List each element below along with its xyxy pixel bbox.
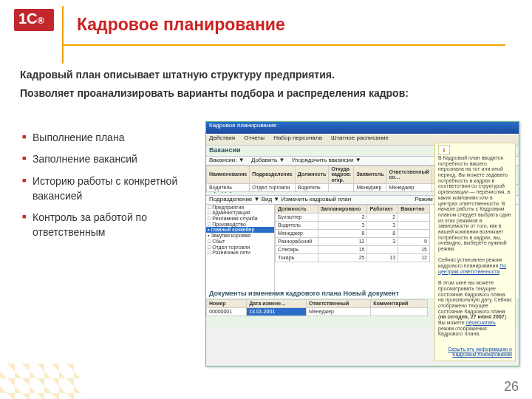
cell: 12 (398, 253, 430, 262)
tip-text: режим отображения Кадрового плана. (438, 326, 487, 337)
list-item: Заполнение вакансий (22, 151, 192, 173)
toolbar-button[interactable]: Добавить ▼ (251, 157, 285, 163)
cell: Водитель (276, 221, 318, 229)
menu-item[interactable]: Действия (209, 134, 235, 141)
tip-link-recalc[interactable]: пересчитать (466, 320, 496, 325)
cell: 25 (318, 253, 367, 262)
cell: 12 (318, 237, 367, 245)
list-item: Историю работы с конкретной вакансией (22, 174, 192, 211)
col-header[interactable]: Откуда кадров: откр. (329, 166, 354, 183)
table-row[interactable]: Разнорабочий1239 (276, 237, 430, 245)
tree-item[interactable]: □ Производство (206, 222, 274, 228)
cell: Менеджер (354, 183, 386, 191)
cell: 9 (398, 237, 430, 245)
tree-item[interactable]: □ Розничные сети (206, 250, 274, 256)
cell: 3 (367, 237, 398, 245)
col-header[interactable]: Запланировано (318, 205, 367, 213)
col-header[interactable]: Комментарий (371, 299, 428, 307)
org-tree[interactable]: □ Предприятие □ Администрация □ Рекламна… (206, 205, 275, 298)
table-row[interactable]: Менеджер88 (276, 229, 430, 237)
table-row[interactable]: Слесарь1515 (276, 245, 430, 253)
tree-item[interactable]: □ Рекламная служба (206, 216, 274, 222)
cell: 8 (318, 229, 367, 237)
cell: Водитель (295, 183, 329, 191)
cell: Менеджер (307, 307, 371, 316)
col-header[interactable]: Заявитель (354, 166, 386, 183)
cell: 00000001 (207, 307, 247, 316)
positions-table[interactable]: Должность Запланировано Работает Вакантн… (275, 205, 430, 262)
table-row[interactable]: Водитель Отдел торговли Водитель Менедже… (207, 183, 460, 191)
cell: Отдел торговли (250, 183, 295, 191)
col-header[interactable]: Наименование (207, 166, 250, 183)
tree-item[interactable]: □ Сбыт (206, 239, 274, 245)
tip-body: В Кадровый план вводится потребность ваш… (438, 155, 512, 252)
cell: 15 (398, 245, 430, 253)
col-header[interactable]: Должность (276, 205, 318, 213)
cell: Слесарь (276, 245, 318, 253)
tree-item[interactable]: □ Предприятие (206, 205, 274, 211)
toolbar-button[interactable]: Упорядочить вакансии ▼ (292, 157, 361, 163)
slide-title: Кадровое планирование (77, 16, 285, 33)
tip-body3: В этом окне вы можете просматривать теку… (438, 280, 512, 337)
app-screenshot: Кадровое планирование Действия Отчеты На… (205, 121, 519, 366)
cell (329, 183, 354, 191)
tree-item[interactable]: □ Администрация (206, 210, 274, 216)
intro-p2: Позволяет проанализировать варианты подб… (20, 86, 508, 100)
col-header[interactable]: Вакантно (398, 205, 430, 213)
cell (398, 213, 430, 221)
menu-item[interactable]: Набор персонала (273, 134, 322, 141)
cell: 2 (318, 213, 367, 221)
col-header[interactable]: Должность (295, 166, 329, 183)
page-number: 26 (504, 380, 519, 393)
logo-1c: 1C® (14, 9, 54, 35)
table-row[interactable]: Токарь251312 (276, 253, 430, 262)
intro-text: Кадровый план описывает штатную структур… (20, 68, 508, 105)
intro-p1: Кадровый план описывает штатную структур… (20, 68, 508, 82)
menu-item[interactable]: Отчеты (244, 134, 265, 141)
list-item: Выполнение плана (22, 130, 192, 151)
cell: 13.01.2001 (247, 307, 307, 316)
list-item: Контроль за работой по ответственным (22, 210, 192, 247)
table-row[interactable]: 00000001 13.01.2001 Менеджер (207, 307, 428, 316)
tip-body2: Сейчас установлен режим кадрового планир… (438, 257, 512, 274)
cell: Бухгалтер (276, 213, 318, 221)
new-document-link[interactable]: Новый документ (344, 290, 399, 297)
tip-hide-link[interactable]: Скрыть эту информацию о Кадровом планиро… (448, 347, 512, 358)
cell: 8 (367, 229, 398, 237)
col-header[interactable]: Ответственный (307, 299, 371, 307)
tree-item[interactable]: □ Отдел торговли (206, 245, 274, 250)
table-row[interactable]: Водитель33 (276, 221, 430, 229)
bullet-list: Выполнение плана Заполнение вакансий Ист… (22, 130, 192, 247)
cell: Разнорабочий (276, 237, 318, 245)
cell (371, 307, 428, 316)
cell: 15 (318, 245, 367, 253)
tip-date: на сегодня, 27 июня 2007 (440, 314, 504, 319)
tree-item[interactable]: • Закупки коровая (206, 233, 274, 239)
cell: Менеджер (386, 183, 432, 191)
table-row[interactable]: Бухгалтер22 (276, 213, 430, 221)
pane-title: Вакансии (209, 146, 241, 154)
col-header[interactable]: Работает (367, 205, 398, 213)
col-header[interactable]: Подразделение (250, 166, 295, 183)
cell: 3 (367, 221, 398, 229)
col-header[interactable]: Ответственный со… (386, 166, 432, 183)
vacancies-table[interactable]: Наименование Подразделение Должность Отк… (206, 166, 460, 192)
divider-horizontal (62, 44, 505, 46)
tree-item[interactable]: • главный конвейер (206, 227, 274, 233)
window-titlebar: Кадровое планирование (206, 122, 519, 134)
cell: 2 (367, 213, 398, 221)
col-header[interactable]: Номер (207, 299, 247, 307)
toolbar-button[interactable]: Вакансии: ▼ (209, 157, 245, 163)
pane-title: Документы изменения кадрового плана (209, 290, 341, 297)
menu-item[interactable]: Штатное расписание (331, 134, 389, 141)
tip-sidebar: i В Кадровый план вводится потребность в… (434, 143, 516, 361)
info-icon: i (438, 145, 450, 155)
toolbar-left[interactable]: Подразделение ▼ Вид ▼ Изменить кадровый … (209, 196, 351, 202)
cell (367, 245, 398, 253)
cell: 13 (367, 253, 398, 262)
col-header[interactable]: Дата измене… (247, 299, 307, 307)
divider-vertical (62, 6, 64, 64)
cell (398, 229, 430, 237)
documents-table[interactable]: Номер Дата измене… Ответственный Коммент… (206, 299, 428, 316)
decor-pattern (0, 364, 81, 399)
